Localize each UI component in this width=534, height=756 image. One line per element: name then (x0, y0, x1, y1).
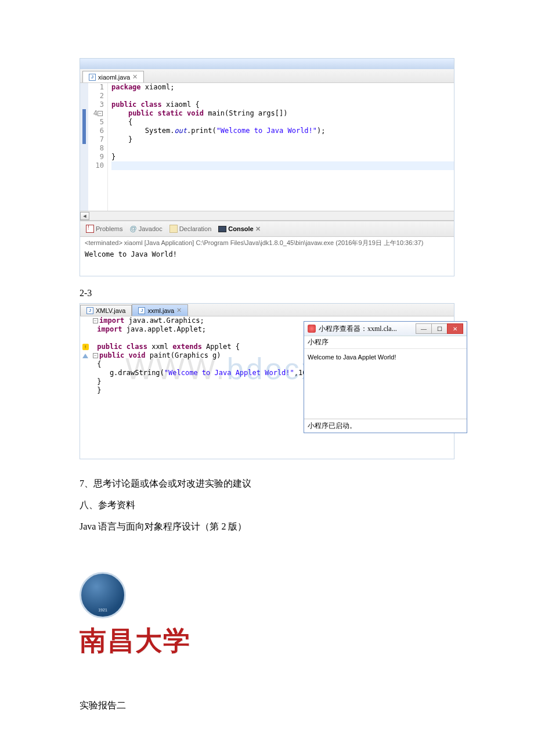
close-icon[interactable]: ✕ (255, 225, 261, 233)
tab-declaration[interactable]: Declaration (167, 224, 214, 234)
applet-content: Welcome to Java Applet World! (304, 349, 467, 419)
tab-javadoc[interactable]: @ Javadoc (127, 224, 164, 234)
horizontal-scrollbar[interactable]: ◄ (80, 211, 454, 220)
university-logo: 南 昌 大 学 (80, 572, 454, 659)
declaration-icon (169, 225, 178, 233)
window-titlebar (80, 59, 454, 69)
paragraph: Java 语言与面向对象程序设计（第 2 版） (80, 516, 454, 537)
paragraph: 八、参考资料 (80, 495, 454, 515)
annotation-ruler: ! (80, 316, 91, 459)
logo-emblem (80, 572, 126, 618)
code-editor[interactable]: 1 2 3 4− 5 6 7 8 9 10 package xiaoml; pu… (80, 83, 454, 211)
paragraph: 7、思考讨论题或体会或对改进实验的建议 (80, 473, 454, 494)
editor-tab-bar: xiaoml.java ✕ (80, 69, 454, 83)
java-applet-icon (308, 325, 316, 333)
report-title: 实验报告二 (80, 700, 454, 712)
logo-char: 大 (135, 623, 162, 659)
editor-tab-xiaoml[interactable]: xiaoml.java ✕ (82, 71, 144, 82)
console-output: Welcome to Java World! (80, 249, 454, 276)
console-terminated-label: <terminated> xiaoml [Java Application] C… (80, 237, 454, 249)
applet-titlebar[interactable]: 小程序查看器：xxml.cla... — ☐ ✕ (304, 322, 467, 336)
section-label: 2-3 (80, 288, 454, 298)
javadoc-icon: @ (129, 225, 136, 233)
override-icon (82, 354, 88, 358)
logo-calligraphy: 南 昌 大 学 (80, 623, 454, 659)
close-button[interactable]: ✕ (447, 323, 463, 334)
java-file-icon (138, 307, 145, 314)
eclipse-screenshot-1: xiaoml.java ✕ 1 2 3 4− 5 6 7 8 9 10 (80, 58, 454, 276)
editor-tab-xxml[interactable]: xxml.java ✕ (132, 304, 188, 316)
applet-title-text: 小程序查看器：xxml.cla... (319, 324, 397, 334)
applet-menu[interactable]: 小程序 (304, 336, 467, 349)
warning-icon: ! (82, 344, 89, 350)
scroll-left-icon[interactable]: ◄ (80, 212, 89, 220)
maximize-button[interactable]: ☐ (431, 323, 448, 334)
code-area[interactable]: package xiaoml; public class xiaoml { pu… (108, 83, 454, 211)
editor-tab-bar: XMLV.java xxml.java ✕ (80, 304, 454, 316)
java-file-icon (86, 307, 93, 314)
applet-viewer-window[interactable]: 小程序查看器：xxml.cla... — ☐ ✕ 小程序 Welcome to … (304, 321, 467, 433)
tab-problems[interactable]: ! Problems (84, 224, 125, 234)
editor-tab-xmlv[interactable]: XMLV.java (80, 305, 132, 316)
marker-bar (80, 83, 88, 211)
console-icon (218, 226, 226, 232)
minimize-button[interactable]: — (416, 323, 432, 334)
eclipse-screenshot-2: XMLV.java xxml.java ✕ ! −import jav (80, 303, 454, 459)
logo-char: 昌 (107, 623, 134, 659)
logo-char: 南 (80, 623, 106, 659)
applet-status: 小程序已启动。 (304, 419, 467, 433)
line-number-gutter: 1 2 3 4− 5 6 7 8 9 10 (88, 83, 108, 211)
tab-console[interactable]: Console ✕ (216, 224, 262, 234)
java-file-icon (89, 74, 96, 81)
logo-char: 学 (163, 623, 190, 659)
bottom-panel: ! Problems @ Javadoc Declaration Console… (80, 220, 454, 276)
bottom-tab-bar: ! Problems @ Javadoc Declaration Console… (80, 221, 454, 237)
problems-icon: ! (86, 225, 94, 233)
document-body-text: 7、思考讨论题或体会或对改进实验的建议 八、参考资料 Java 语言与面向对象程… (80, 473, 454, 537)
close-icon[interactable]: ✕ (132, 73, 138, 81)
tab-label: xiaoml.java (98, 74, 130, 81)
close-icon[interactable]: ✕ (176, 307, 182, 314)
